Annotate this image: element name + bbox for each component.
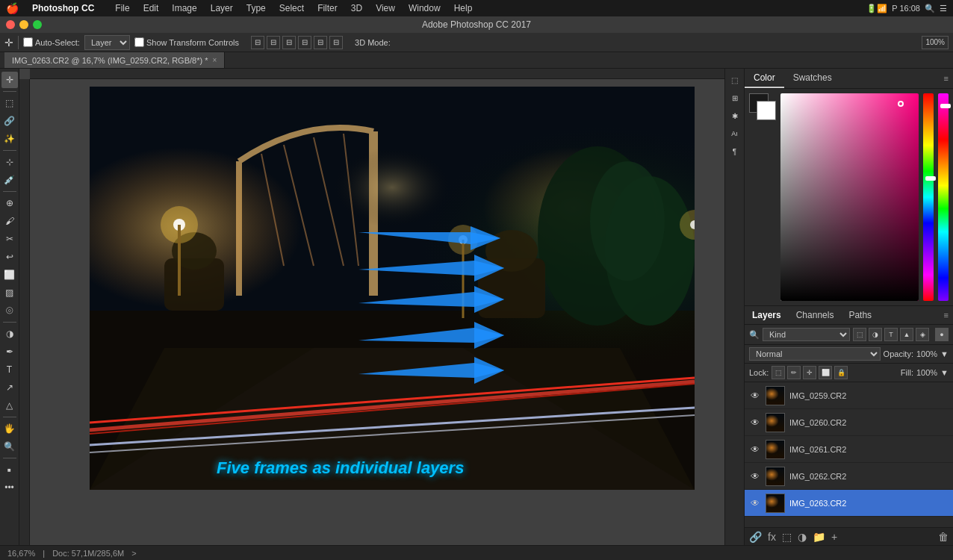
menu-view[interactable]: View (370, 1, 401, 15)
heal-tool[interactable]: ⊕ (1, 195, 18, 211)
lock-artboard[interactable]: ⬜ (819, 366, 832, 379)
close-button[interactable] (6, 20, 15, 29)
filter-toggle[interactable]: ● (935, 328, 949, 341)
layer-item-active[interactable]: 👁 IMG_0263.CR2 (745, 490, 953, 517)
fill-chevron[interactable]: ▼ (940, 368, 949, 377)
pen-tool[interactable]: ✒ (1, 343, 18, 360)
layer-link-btn[interactable]: 🔗 (749, 531, 762, 543)
tab-channels[interactable]: Channels (789, 306, 842, 324)
gradient-tool[interactable]: ▨ (1, 284, 18, 301)
blur-tool[interactable]: ⦾ (1, 302, 18, 319)
menu-file[interactable]: File (109, 1, 135, 15)
foreground-color[interactable]: ■ (1, 461, 18, 478)
history-brush[interactable]: ↩ (1, 249, 18, 265)
layer-delete-btn[interactable]: 🗑 (938, 531, 949, 543)
align-center-h[interactable]: ⊟ (267, 36, 280, 49)
lock-pixels[interactable]: ✏ (787, 366, 801, 379)
auto-select-dropdown[interactable]: Layer Group (84, 35, 130, 50)
shape-tool[interactable]: △ (1, 397, 18, 414)
menu-help[interactable]: Help (448, 1, 479, 15)
eraser-tool[interactable]: ⬜ (1, 267, 18, 283)
more-tools[interactable]: ••• (1, 479, 18, 496)
eyedropper-tool[interactable]: 💉 (1, 172, 18, 188)
panel-icon-2[interactable]: ⊞ (727, 90, 743, 106)
canvas-content[interactable]: Five frames as individual layers (30, 79, 724, 545)
layer-visibility-4[interactable]: 👁 (749, 497, 761, 509)
filter-shape[interactable]: ▲ (900, 328, 913, 341)
menu-image[interactable]: Image (166, 1, 202, 15)
align-top[interactable]: ⊟ (298, 36, 311, 49)
quick-select-tool[interactable]: ✨ (1, 131, 18, 147)
menu-window[interactable]: Window (403, 1, 447, 15)
layer-item[interactable]: 👁 IMG_0259.CR2 (745, 382, 953, 409)
menu-edit[interactable]: Edit (137, 1, 165, 15)
align-right[interactable]: ⊟ (282, 36, 296, 49)
layer-mask-btn[interactable]: ⬚ (782, 531, 792, 543)
menu-photoshop[interactable]: Photoshop CC (26, 1, 100, 15)
menu-icon[interactable]: ☰ (940, 4, 947, 13)
tab-close[interactable]: × (212, 56, 217, 64)
opacity-chevron[interactable]: ▼ (940, 349, 949, 358)
show-transform-checkbox[interactable] (134, 37, 144, 47)
zoom-button[interactable]: 100% (922, 36, 949, 49)
layer-item[interactable]: 👁 IMG_0262.CR2 (745, 463, 953, 490)
layer-item[interactable]: 👁 IMG_0260.CR2 (745, 409, 953, 436)
minimize-button[interactable] (19, 20, 28, 29)
brush-tool[interactable]: 🖌 (1, 213, 18, 229)
crop-tool[interactable]: ⊹ (1, 154, 18, 170)
filter-smart[interactable]: ◈ (916, 328, 929, 341)
document-tab[interactable]: IMG_0263.CR2 @ 16,7% (IMG_0259.CR2, RGB/… (4, 52, 225, 68)
blend-mode-select[interactable]: Normal (749, 347, 881, 361)
status-arrow[interactable]: > (131, 549, 136, 558)
layer-adjust-btn[interactable]: ◑ (798, 531, 807, 543)
marquee-tool[interactable]: ⬚ (1, 95, 18, 111)
tab-layers[interactable]: Layers (745, 306, 789, 324)
move-tool-options[interactable]: ✛ (4, 37, 13, 49)
panel-icon-5[interactable]: ¶ (727, 143, 743, 160)
layer-visibility-3[interactable]: 👁 (749, 470, 761, 482)
menu-type[interactable]: Type (240, 1, 272, 15)
clone-tool[interactable]: ✂ (1, 231, 18, 247)
tab-swatches[interactable]: Swatches (784, 69, 841, 88)
layer-fx-btn[interactable]: fx (768, 531, 776, 543)
panel-icon-4[interactable]: Aı (727, 125, 743, 142)
color-gradient-picker[interactable] (780, 93, 919, 301)
dodge-tool[interactable]: ◑ (1, 326, 18, 342)
background-color-swatch[interactable] (757, 101, 776, 120)
lock-transparent[interactable]: ⬚ (772, 366, 785, 379)
menu-filter[interactable]: Filter (311, 1, 344, 15)
filter-adjust[interactable]: ◑ (869, 328, 882, 341)
menu-3d[interactable]: 3D (345, 1, 368, 15)
menu-select[interactable]: Select (273, 1, 310, 15)
layer-group-btn[interactable]: 📁 (813, 531, 825, 543)
filter-type[interactable]: T (884, 328, 898, 341)
tab-color[interactable]: Color (745, 69, 784, 88)
align-bottom[interactable]: ⊟ (329, 36, 343, 49)
zoom-tool[interactable]: 🔍 (1, 438, 18, 455)
path-select[interactable]: ↗ (1, 379, 18, 396)
maximize-button[interactable] (33, 20, 42, 29)
menu-layer[interactable]: Layer (205, 1, 239, 15)
align-left[interactable]: ⊟ (251, 36, 264, 49)
layer-visibility-2[interactable]: 👁 (749, 444, 761, 455)
hue-strip[interactable] (923, 93, 934, 301)
layer-visibility-0[interactable]: 👁 (749, 390, 761, 402)
auto-select-checkbox[interactable] (23, 37, 33, 47)
panel-icon-3[interactable]: ✱ (727, 108, 743, 124)
filter-kind-select[interactable]: Kind (763, 328, 850, 341)
lasso-tool[interactable]: 🔗 (1, 113, 18, 129)
panel-icon-1[interactable]: ⬚ (727, 72, 743, 88)
lock-all[interactable]: 🔒 (834, 366, 848, 379)
layer-new-btn[interactable]: + (831, 531, 837, 543)
layer-item[interactable]: 👁 IMG_0261.CR2 (745, 436, 953, 463)
saturation-strip[interactable] (938, 93, 949, 301)
align-center-v[interactable]: ⊟ (314, 36, 327, 49)
layers-panel-menu[interactable]: ≡ (940, 308, 953, 323)
tab-paths[interactable]: Paths (841, 306, 879, 324)
move-tool[interactable]: ✛ (1, 72, 18, 88)
filter-pixel[interactable]: ⬚ (853, 328, 866, 341)
lock-position[interactable]: ✛ (803, 366, 816, 379)
color-panel-menu[interactable]: ≡ (940, 71, 953, 86)
layer-visibility-1[interactable]: 👁 (749, 417, 761, 429)
text-tool[interactable]: T (1, 361, 18, 378)
